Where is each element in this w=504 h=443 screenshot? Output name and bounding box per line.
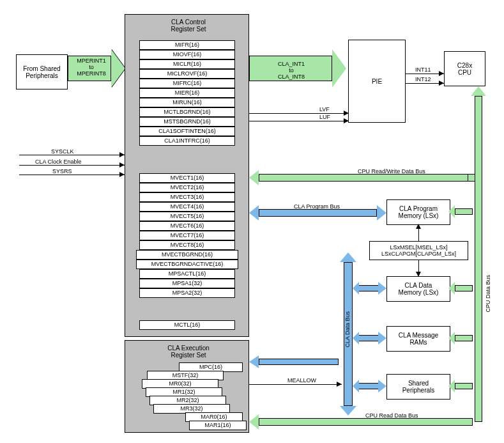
int11-label: INT11 [415,66,431,73]
reg-MPSACTL(16): MPSACTL(16) [139,269,235,279]
reg-MVECTBGRNDACTIVE(16): MVECTBGRNDACTIVE(16) [136,260,238,269]
cpu-conn-msgram-ahleft [448,332,455,345]
int11-line [406,74,444,74]
cla-prog-bus-ahleft [249,205,259,221]
cpu-rw-bus [259,174,470,182]
cpu-conn-shared-ahleft [448,380,455,392]
int12-arrow [439,81,444,86]
luf-arrow [344,118,349,123]
reg-MVECT7(16): MVECT7(16) [139,231,235,240]
cpu-rw-conn [468,174,475,182]
mperint-label: MPERINT1 to MPERINT8 [72,58,111,77]
cla-data-conn-datamem [358,285,380,291]
mperint-arrowhead [111,49,125,88]
cla-int-label: CLA_INT1 to CLA_INT8 [278,61,305,80]
cla-program-bus [259,209,377,217]
claclock-line [19,165,125,166]
reg-MCTLBGRND(16): MCTLBGRND(16) [139,107,235,117]
cla-program-memory-box: CLA Program Memory (LSx) [386,199,450,225]
cla-data-conn-msgram [358,335,380,341]
reg-MVECT2(16): MVECT2(16) [139,183,235,192]
cpu-data-bus-ahtop [471,86,486,96]
lvf-line [249,113,348,114]
conn-datamem-ahright [378,282,386,295]
reg-MIFRC(16): MIFRC(16) [139,79,235,88]
reg-CLA1SOFTINTEN(16): CLA1SOFTINTEN(16) [139,127,235,136]
cpu-read-bus [259,418,473,426]
pie-box: PIE [348,40,406,123]
reg-MVECT5(16): MVECT5(16) [139,212,235,221]
reg-MIOVF(16): MIOVF(16) [139,50,235,59]
cpu-conn-progmem [455,208,473,215]
sysclk-arrow [119,152,125,157]
cpu-rw-bus-label: CPU Read/Write Data Bus [358,168,425,175]
conn-datamem-ahleft [353,282,359,295]
reg-MIER(16): MIER(16) [139,88,235,98]
cpu-data-bus [475,96,482,422]
reg-MIRUN(16): MIRUN(16) [139,98,235,107]
reg-MAR1(16): MAR1(16) [189,421,247,430]
cpu-read-bus-ahleft [249,414,259,430]
cpu-conn-shared [455,383,473,389]
reg-MICLROVF(16): MICLROVF(16) [139,69,235,79]
from-peripherals-box: From Shared Peripherals [16,54,68,89]
cla-data-memory-box: CLA Data Memory (LSx) [386,276,450,302]
reg-MICLR(16): MICLR(16) [139,59,235,69]
sysrs-label: SYSRS [52,168,72,175]
cpu-box: C28x CPU [444,51,485,86]
cla-data-bus-ahbot [340,406,356,416]
claclock-arrow [119,162,125,167]
reg-MVECT1(16): MVECT1(16) [139,173,235,183]
cla-prog-bus-label: CLA Program Bus [294,203,340,210]
cpu-conn-progmem-ahleft [448,205,455,218]
reg-MPSA2(32): MPSA2(32) [139,288,235,298]
conn-msgram-ahright [378,332,386,345]
reg-MVECT4(16): MVECT4(16) [139,202,235,212]
reg-MPSA1(32): MPSA1(32) [139,279,235,288]
from-peripherals-label: From Shared Peripherals [23,65,60,79]
cla-data-bus-label: CLA Data Bus [344,311,351,348]
cpu-conn-datamem-ahleft [448,282,455,295]
mctl-register: MCTL(16) [139,320,235,330]
cla-data-conn-exec [259,359,339,365]
claclock-label: CLA Clock Enable [35,159,82,165]
conn-shared-ahleft [353,380,359,392]
sysrs-arrow [119,172,125,177]
cla-int-arrowhead [332,49,346,88]
reg-MVECTBGRND(16): MVECTBGRND(16) [136,250,238,260]
reg-MIFR(16): MIFR(16) [139,40,235,50]
meallow-arrow [337,382,342,387]
cpu-conn-datamem [455,285,473,291]
lsx-up-arrow [416,224,421,229]
cla-message-rams-box: CLA Message RAMs [386,326,450,352]
reg-MSTSBGRND(16): MSTSBGRND(16) [139,117,235,127]
conn-shared-ahright [378,380,386,392]
sysrs-line [19,175,125,175]
int12-line [406,83,444,84]
shared-peripherals-box: Shared Peripherals [386,374,450,400]
luf-label: LUF [319,114,330,120]
meallow-label: MEALLOW [287,377,316,384]
int12-label: INT12 [415,76,431,82]
cpu-read-bus-label: CPU Read Data Bus [365,412,418,419]
exec-reg-title: CLA Execution Register Set [160,345,217,359]
lvf-label: LVF [319,106,330,113]
cpu-conn-msgram [455,335,473,341]
control-reg-title: CLA Control Register Set [160,19,217,33]
cpu-rw-bus-ahleft [249,170,259,185]
reg-MVECT8(16): MVECT8(16) [139,240,235,250]
conn-msgram-ahleft [353,332,359,345]
meallow-line [249,384,342,385]
cla-data-conn-shared [358,383,380,389]
cpu-data-bus-label: CPU Data Bus [485,275,491,313]
conn-exec-ahleft [249,355,259,368]
cla-prog-bus-ahright [377,205,386,221]
reg-MVECT6(16): MVECT6(16) [139,221,235,231]
sysclk-label: SYSCLK [51,148,74,155]
int11-arrow [439,71,444,76]
lvf-arrow [344,111,349,116]
reg-CLA1INTFRC(16): CLA1INTFRC(16) [139,136,235,146]
luf-line [249,121,348,121]
cla-data-bus-ahtop [340,253,356,262]
reg-MVECT3(16): MVECT3(16) [139,192,235,202]
